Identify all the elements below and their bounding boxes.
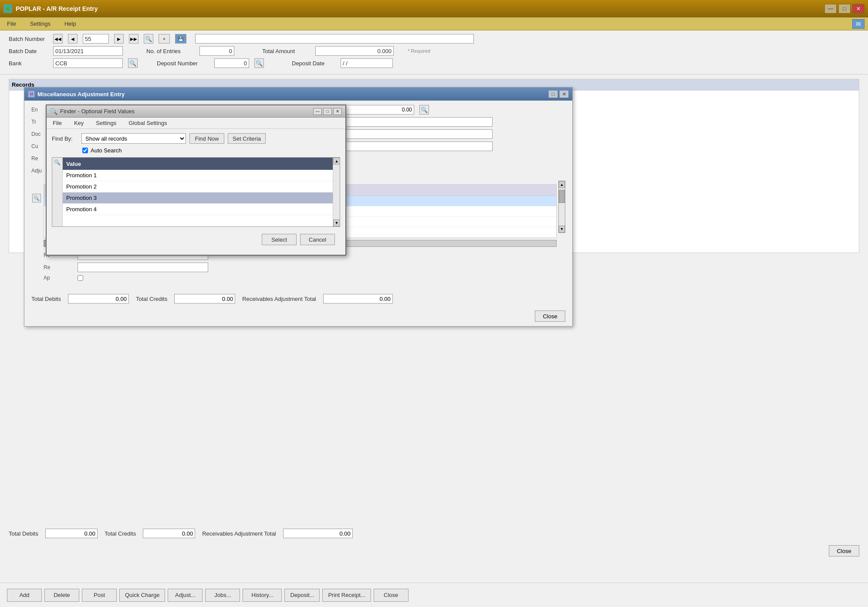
list-item-3[interactable]: Promotion 4 — [63, 204, 333, 215]
auto-search-label: Auto Search — [91, 147, 122, 154]
misc-receivables-input[interactable] — [323, 294, 393, 304]
finder-menu-file[interactable]: File — [50, 119, 64, 127]
list-item-0[interactable]: Promotion 1 — [63, 170, 333, 181]
finder-menu-global-settings[interactable]: Global Settings — [126, 119, 169, 127]
deposit-date-input[interactable] — [341, 58, 393, 68]
menu-help[interactable]: Help — [61, 20, 80, 28]
balance-input[interactable] — [336, 105, 414, 115]
deposit-number-label: Deposit Number — [157, 60, 209, 67]
total-credits-input[interactable] — [143, 529, 195, 538]
bank-search-button[interactable]: 🔍 — [128, 58, 138, 68]
total-credits-label: Total Credits — [105, 530, 136, 537]
misc-grid-vscroll-up[interactable]: ▲ — [559, 181, 565, 188]
misc-dialog-title-left: M Miscellaneous Adjustment Entry — [28, 91, 125, 98]
finder-maximize-button[interactable]: □ — [323, 108, 332, 115]
finder-title-left: 🔍 Finder - Optional Field Values — [50, 108, 135, 115]
minimize-button[interactable]: — — [824, 4, 837, 13]
main-close-button[interactable]: Close — [829, 545, 859, 556]
apply-checkbox[interactable] — [78, 275, 83, 281]
print-receipt-button[interactable]: Print Receipt... — [322, 589, 371, 602]
finder-close-button[interactable]: ✕ — [333, 108, 342, 115]
balance-search-button[interactable]: 🔍 — [419, 105, 429, 115]
auto-search-row: Auto Search — [52, 147, 340, 154]
last-record-button[interactable]: ▶▶ — [129, 34, 138, 44]
finder-list-scrollbar[interactable]: ▲ ▼ — [333, 158, 340, 226]
save-button[interactable]: 💾 — [175, 34, 186, 44]
quick-charge-button[interactable]: Quick Charge — [119, 589, 165, 602]
desc-input[interactable] — [336, 129, 493, 139]
find-by-select[interactable]: Show all records — [81, 133, 186, 144]
misc-grid-vscroll-down[interactable]: ▼ — [559, 226, 565, 233]
close-button[interactable]: ✕ — [852, 4, 865, 13]
batch-date-input[interactable] — [53, 46, 123, 56]
totals-section: Total Debits Total Credits Receivables A… — [9, 525, 859, 556]
batch-date-row: Batch Date No. of Entries Total Amount *… — [9, 46, 859, 56]
add-button[interactable]: + — [159, 34, 170, 44]
misc-dialog-title: Miscellaneous Adjustment Entry — [37, 91, 125, 98]
bank-input[interactable] — [53, 58, 123, 68]
email-icon[interactable]: ✉ — [852, 19, 865, 29]
misc-close-button[interactable]: ✕ — [559, 90, 569, 98]
total-amount-label: Total Amount — [262, 48, 310, 54]
misc-grid-vscroll-thumb — [559, 190, 565, 203]
doc2-input[interactable] — [336, 142, 493, 151]
ref3-label: Re — [44, 264, 74, 270]
maximize-button[interactable]: □ — [838, 4, 851, 13]
adjust-button[interactable]: Adjust... — [168, 589, 203, 602]
ref3-input[interactable] — [78, 263, 208, 272]
misc-dialog-title-bar: M Miscellaneous Adjustment Entry □ ✕ — [24, 88, 572, 101]
app-icon: 🌿 — [3, 4, 12, 13]
find-now-button[interactable]: Find Now — [189, 133, 224, 144]
finder-cancel-button[interactable]: Cancel — [300, 234, 335, 245]
jobs-button[interactable]: Jobs... — [205, 589, 240, 602]
prev-record-button[interactable]: ◀ — [68, 34, 78, 44]
deposit-number-input[interactable] — [214, 58, 249, 68]
list-item-1[interactable]: Promotion 2 — [63, 181, 333, 192]
misc-maximize-button[interactable]: □ — [548, 90, 558, 98]
finder-scrollbar-up[interactable]: ▲ — [333, 158, 340, 165]
no-of-entries-input[interactable] — [199, 46, 234, 56]
batch-description-input[interactable] — [195, 34, 474, 44]
finder-list-scroll-left[interactable]: 🔍 — [52, 158, 63, 226]
finder-title-bar: 🔍 Finder - Optional Field Values — □ ✕ — [47, 105, 345, 118]
misc-totals-row: Total Debits Total Credits Receivables A… — [31, 290, 565, 307]
misc-close-button[interactable]: Close — [535, 310, 565, 322]
deposit-button[interactable]: Deposit... — [284, 589, 320, 602]
finder-list-header: Value — [63, 158, 333, 170]
misc-total-credits-input[interactable] — [174, 294, 235, 304]
receivables-input[interactable] — [283, 529, 353, 538]
post-button[interactable]: Post — [82, 589, 117, 602]
first-record-button[interactable]: ◀◀ — [53, 34, 63, 44]
finder-menu-key[interactable]: Key — [71, 119, 86, 127]
finder-menu-settings[interactable]: Settings — [93, 119, 119, 127]
finder-scrollbar-down[interactable]: ▼ — [333, 219, 340, 226]
misc-total-debits-input[interactable] — [68, 294, 129, 304]
batch-date-label: Batch Date — [9, 48, 48, 54]
next-record-button[interactable]: ▶ — [114, 34, 124, 44]
apply-label: Ap — [44, 275, 74, 281]
finder-search-icon: 🔍 — [50, 108, 57, 115]
finder-minimize-button[interactable]: — — [313, 108, 322, 115]
menu-file[interactable]: File — [3, 20, 20, 28]
search-button[interactable]: 🔍 — [144, 34, 153, 44]
total-amount-input[interactable] — [315, 46, 394, 56]
payment-input[interactable] — [336, 117, 493, 127]
list-item-2[interactable]: Promotion 3 — [63, 192, 333, 204]
history-button[interactable]: History... — [243, 589, 282, 602]
auto-search-checkbox[interactable] — [82, 148, 88, 153]
close-bottom-button[interactable]: Close — [374, 589, 409, 602]
misc-grid-vscrollbar[interactable]: ▲ ▼ — [558, 181, 565, 233]
total-debits-input[interactable] — [45, 529, 98, 538]
set-criteria-button[interactable]: Set Criteria — [228, 133, 266, 144]
delete-button[interactable]: Delete — [44, 589, 79, 602]
grid-search-button[interactable]: 🔍 — [32, 194, 41, 202]
finder-list-container: 🔍 Value Promotion 1 Promotion 2 Promot — [52, 157, 340, 227]
batch-number-input[interactable] — [83, 34, 109, 44]
no-of-entries-label: No. of Entries — [146, 48, 194, 54]
add-bottom-button[interactable]: Add — [7, 589, 42, 602]
menu-settings[interactable]: Settings — [27, 20, 54, 28]
finder-select-button[interactable]: Select — [262, 234, 297, 245]
deposit-search-button[interactable]: 🔍 — [254, 58, 264, 68]
title-bar-left: 🌿 POPLAR - A/R Receipt Entry — [3, 4, 98, 13]
finder-menu-bar: File Key Settings Global Settings — [47, 118, 345, 129]
